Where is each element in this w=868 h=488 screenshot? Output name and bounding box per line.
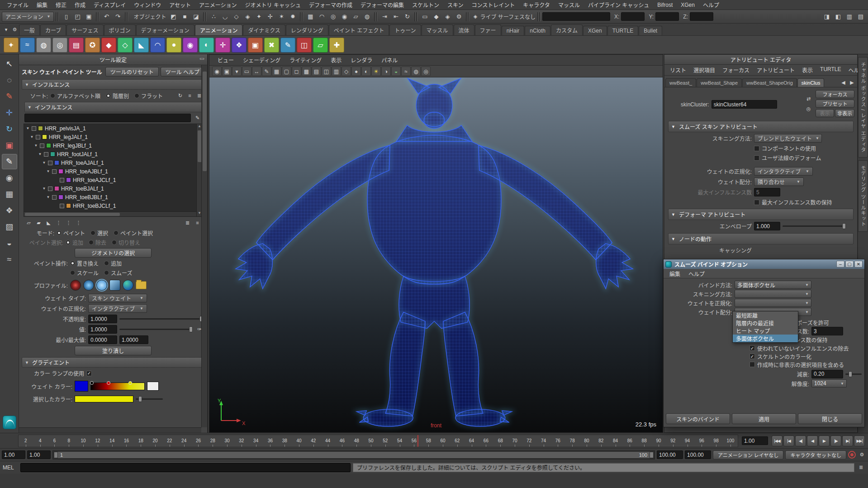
influence-row[interactable]: ▼ HRR_footJALf_1 [24, 150, 202, 158]
envelope-input[interactable]: 1.000 [754, 222, 780, 230]
weight-color-white-swatch[interactable] [147, 382, 159, 391]
image-plane-icon[interactable]: ▭ [242, 67, 251, 76]
flood-button[interactable]: 塗り潰し [75, 346, 152, 355]
group-grip[interactable] [414, 12, 417, 21]
shelf-joint-tool-icon[interactable]: ● [166, 38, 181, 53]
influence-row[interactable]: ▼ HRR_toeBJBLf_1 [24, 193, 202, 201]
input-operations-icon[interactable]: ⇥ [379, 11, 390, 22]
tree-caret-icon[interactable]: ▼ [34, 144, 38, 148]
shelf-ghost-icon[interactable]: ◍ [36, 38, 51, 53]
go-to-start-button[interactable]: |◀◀ [772, 435, 783, 446]
attribute-editor-menu-item[interactable]: 表示 [798, 66, 816, 74]
shelf-tab[interactable]: ファー [475, 24, 501, 35]
z-input[interactable] [690, 12, 713, 21]
safe-action-icon[interactable]: ◫ [322, 67, 331, 76]
bind-skin-button[interactable]: スキンのバインド [666, 413, 730, 424]
shelf-tab[interactable]: カスタム [551, 24, 583, 35]
list-detail-view-icon[interactable]: ≡ [193, 219, 202, 227]
influence-list-hscrollbar[interactable] [24, 211, 196, 216]
influence-row[interactable]: ▼ HRR_legJALf_1 [24, 133, 202, 141]
tool-settings-toggle-icon[interactable]: ◧ [833, 11, 844, 22]
select-by-name-input[interactable] [542, 12, 610, 21]
influences-section-header[interactable]: ▼インフルエンス [22, 79, 204, 90]
film-gate-icon[interactable]: ▢ [282, 67, 291, 76]
paste-weights-icon[interactable]: ▰ [34, 219, 43, 227]
sort-radio[interactable] [134, 93, 139, 98]
play-backwards-button[interactable]: ◀ [807, 435, 818, 446]
node-name-input[interactable]: skinCluster64 [711, 100, 777, 109]
go-to-end-button[interactable]: ▶▶| [854, 435, 865, 446]
paint-attributes-tool-icon[interactable]: ❖ [2, 203, 17, 218]
gradient-section-header[interactable]: ▼グラディエント [22, 357, 204, 368]
swap-input-output-icon[interactable]: ⇄ [804, 95, 813, 103]
play-forwards-button[interactable]: ▶ [819, 435, 830, 446]
group-grip[interactable] [466, 12, 469, 21]
mode-radio[interactable] [90, 230, 95, 235]
snap-curve-icon[interactable]: ◠ [316, 11, 327, 22]
menu-item[interactable]: 修正 [52, 0, 71, 10]
node-tab[interactable]: wwBeast_ShapeOrig [742, 78, 797, 87]
select-miscellaneous-icon[interactable]: ✶ [276, 11, 287, 22]
node-tab[interactable]: skinClus [797, 78, 825, 87]
influence-row[interactable]: ▼ HRR_toeBJALf_1 [24, 184, 202, 193]
shelf-ik-handle-icon[interactable]: ◣ [134, 38, 149, 53]
step-forward-frame-button[interactable]: ▶| [842, 435, 853, 446]
shelf-mirror-skin-weights-icon[interactable]: ◫ [297, 38, 312, 53]
colorize-skeleton-checkbox[interactable] [749, 354, 755, 359]
falloff-slider[interactable] [845, 373, 862, 375]
menu-item[interactable]: キャラクタ [519, 0, 554, 10]
shelf-tabs-menu-icon[interactable]: ▾ [2, 25, 10, 34]
scroll-up-icon[interactable]: ▲ [198, 124, 201, 129]
menu-item[interactable]: ファイル [3, 0, 33, 10]
step-back-frame-button[interactable]: |◀ [783, 435, 794, 446]
max-value-input[interactable]: 1.0000 [119, 335, 148, 344]
group-grip[interactable] [300, 12, 303, 21]
paint-skin-weights-tool-icon[interactable]: ✎ [2, 154, 17, 169]
group-grip[interactable] [537, 12, 541, 21]
select-tool-icon[interactable]: ↖ [2, 56, 17, 72]
attribute-editor-menu-item[interactable]: フォーカス [719, 66, 753, 74]
shelf-set-key-icon[interactable]: ◆ [101, 38, 116, 53]
group-grip[interactable] [125, 12, 128, 21]
mode-radio[interactable] [57, 230, 62, 235]
deformer-section-header[interactable]: ▼デフォーマ アトリビュート [668, 209, 854, 220]
opacity-input[interactable]: 1.0000 [88, 315, 117, 323]
paint-operation-radio[interactable] [70, 261, 75, 266]
paint-vertex-color-tool-icon[interactable]: ▦ [2, 187, 17, 202]
grease-pencil-icon[interactable]: ✎ [262, 67, 271, 76]
smooth-skin-section-header[interactable]: ▼スムーズ スキン アトリビュート [668, 121, 854, 132]
brush-square-icon[interactable] [109, 280, 120, 291]
menu-item[interactable]: デフォーマの編集 [356, 0, 408, 10]
bind-to-dropdown[interactable]: 多面体ボクセル▼ [735, 281, 811, 289]
bookmark-icon[interactable]: ▾ [232, 67, 242, 76]
menu-item[interactable]: コンストレイント [468, 0, 519, 10]
move-tool-icon[interactable]: ✛ [2, 105, 17, 120]
close-icon[interactable]: ✕ [854, 261, 863, 268]
dropdown-option[interactable]: ヒート マップ [733, 327, 798, 335]
paint-operation-radio[interactable] [70, 270, 75, 275]
select-rendering-icon[interactable]: ✹ [287, 11, 298, 22]
min-value-input[interactable]: 0.0000 [88, 335, 117, 344]
influence-filter-input[interactable] [24, 114, 191, 122]
dropdown-option[interactable]: 階層内の最近接 [733, 319, 798, 327]
auto-keyframe-icon[interactable] [848, 451, 856, 459]
menu-item[interactable]: スケルトン [408, 0, 443, 10]
undo-icon[interactable]: ↶ [101, 11, 112, 22]
construction-history-icon[interactable]: ↻ [402, 11, 413, 22]
menu-item[interactable]: パイプライン キャッシュ [584, 0, 653, 10]
brush-solid-icon[interactable] [96, 280, 107, 291]
menu-item[interactable]: Bifrost [653, 0, 677, 10]
output-operations-icon[interactable]: ⇤ [390, 11, 401, 22]
shelf-detach-skin-icon[interactable]: ✖ [264, 38, 279, 53]
influence-row[interactable]: HRR_toeBJCLf_1 [24, 201, 202, 210]
range-end-handle[interactable] [650, 452, 654, 458]
weight-type-dropdown[interactable]: スキン ウェイト▼ [88, 294, 147, 302]
menu-set-dropdown[interactable]: アニメーション▼ [2, 12, 54, 22]
tab-scroll-left-icon[interactable]: ◀ [839, 78, 848, 87]
menu-item[interactable]: アニメーション [195, 0, 241, 10]
x-input[interactable] [621, 12, 645, 21]
shelf-tab[interactable]: nHair [502, 26, 525, 35]
shelf-options-gear-icon[interactable]: ⚙ [10, 25, 19, 34]
close-button[interactable]: 閉じる [798, 413, 862, 424]
list-compact-view-icon[interactable]: ≣ [183, 219, 192, 227]
